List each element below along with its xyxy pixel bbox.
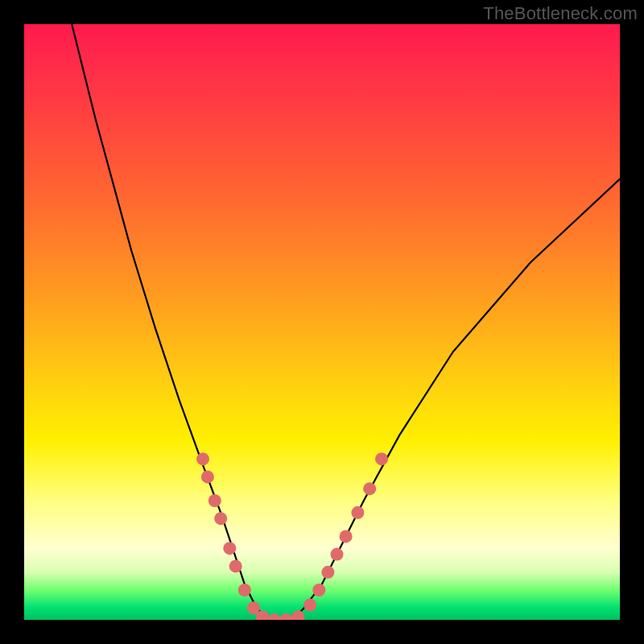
curve-dot (303, 599, 316, 612)
curve-dot (291, 610, 304, 620)
chart-frame: TheBottleneck.com (0, 0, 644, 644)
curve-dot (238, 584, 251, 597)
curve-overlay (24, 24, 620, 620)
curve-dot (312, 584, 325, 597)
curve-dot (280, 613, 293, 620)
curve-dot (196, 452, 209, 465)
curve-dot (229, 559, 242, 572)
curve-dot (223, 542, 236, 555)
watermark-text: TheBottleneck.com (483, 3, 638, 24)
curve-dot (331, 548, 344, 561)
curve-dot (268, 613, 281, 620)
curve-dot (340, 530, 353, 543)
curve-dots-group (196, 452, 388, 620)
curve-dot (214, 512, 227, 525)
curve-dot (351, 506, 364, 519)
curve-dot (208, 494, 221, 507)
plot-area (24, 24, 620, 620)
curve-dot (375, 452, 388, 465)
curve-dot (363, 482, 376, 495)
curve-dot (321, 566, 334, 579)
curve-dot (201, 470, 214, 483)
